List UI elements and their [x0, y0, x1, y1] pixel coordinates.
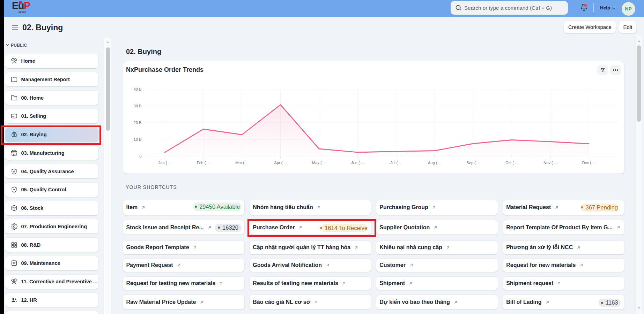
svg-text:Apr ( ...: Apr ( ... — [274, 161, 287, 165]
svg-text:Mar ( ...: Mar ( ... — [235, 161, 249, 165]
svg-text:Sep ( ...: Sep ( ... — [466, 161, 480, 165]
svg-text:Oct ( ...: Oct ( ... — [505, 161, 518, 165]
svg-text:Dec ( ...: Dec ( ... — [582, 161, 596, 165]
svg-text:Jan ( ...: Jan ( ... — [158, 161, 171, 165]
svg-text:30 B: 30 B — [134, 104, 142, 108]
svg-text:Feb ( ...: Feb ( ... — [197, 161, 210, 165]
svg-text:0: 0 — [139, 154, 141, 158]
svg-text:10 B: 10 B — [134, 137, 142, 141]
svg-text:Aug ( ...: Aug ( ... — [428, 161, 442, 165]
svg-text:Nov ( ...: Nov ( ... — [543, 161, 557, 165]
svg-text:Jun ( ...: Jun ( ... — [351, 161, 364, 165]
svg-text:May ( ...: May ( ... — [312, 161, 326, 165]
svg-text:40 B: 40 B — [134, 87, 142, 91]
svg-text:20 B: 20 B — [134, 121, 142, 125]
svg-text:Jul ( ...: Jul ( ... — [390, 161, 402, 165]
